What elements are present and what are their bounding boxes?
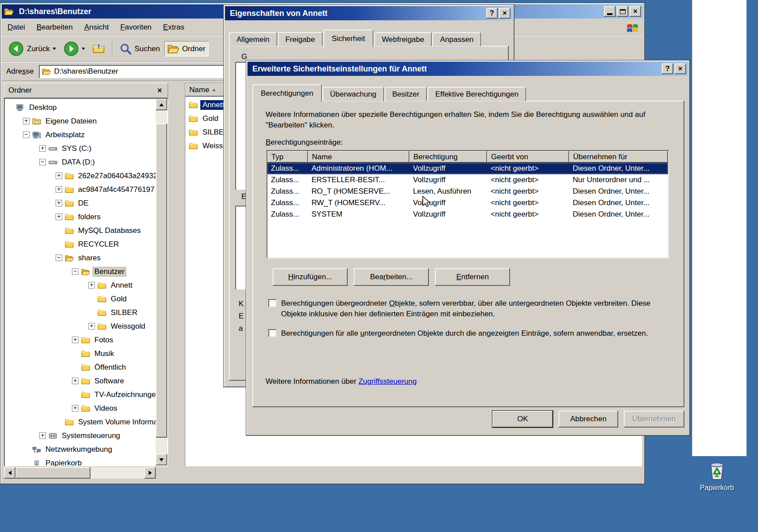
permission-entry-row[interactable]: Zulass...RO_T (HOMESERVE...Lesen, Ausfüh… [267, 186, 668, 197]
menu-extras[interactable]: Extras [158, 20, 190, 34]
collapse-icon[interactable]: − [56, 255, 62, 261]
tree-item-262e27a064043a24932[interactable]: +262e27a064043a24932 [5, 169, 156, 183]
permission-entry-row[interactable]: Zulass...Administratoren (HOM...Vollzugr… [267, 163, 668, 174]
expand-icon[interactable]: + [56, 214, 62, 220]
permission-entry-row[interactable]: Zulass...ERSTELLER-BESIT...Vollzugriff<n… [267, 174, 668, 186]
tree-item-musik[interactable]: Musik [5, 347, 156, 360]
column-header-übernehmen-für[interactable]: Übernehmen für [569, 151, 668, 163]
expand-icon[interactable]: + [56, 200, 62, 206]
permission-entry-row[interactable]: Zulass...SYSTEMVollzugriff<nicht geerbt>… [267, 209, 668, 220]
scrollbar-thumb[interactable] [156, 124, 167, 438]
tree-item-de[interactable]: +DE [5, 196, 156, 210]
advanced-titlebar[interactable]: Erweiterte Sicherheitseinstellungen für … [248, 62, 688, 76]
properties-tab-allgemein[interactable]: Allgemein [229, 32, 277, 46]
tree-item-system-volume-informa[interactable]: System Volume Informa [5, 415, 156, 429]
expand-icon[interactable]: + [39, 432, 46, 439]
close-button[interactable]: × [499, 8, 510, 19]
scrollbar-thumb[interactable] [15, 467, 90, 479]
maximize-button[interactable] [617, 6, 628, 17]
tree-item-desktop[interactable]: Desktop [5, 101, 156, 114]
permission-entry-row[interactable]: Zulass...RW_T (HOMESERV...Vollzugriff<ni… [267, 197, 668, 209]
menu-bearbeiten[interactable]: Bearbeiten [31, 20, 79, 34]
back-dropdown-icon[interactable] [53, 48, 56, 50]
tree-item-recycler[interactable]: RECYCLER [5, 237, 156, 251]
zugriffssteuerung-link[interactable]: Zugriffssteuerung [358, 377, 417, 386]
tree-item-silber[interactable]: SILBER [5, 306, 156, 319]
edit-button[interactable]: Bearbeiten... [354, 268, 429, 286]
expand-icon[interactable]: + [88, 323, 95, 330]
menu-ansicht[interactable]: Ansicht [79, 20, 115, 34]
properties-titlebar[interactable]: Eigenschaften von Annett ? × [225, 6, 513, 20]
tree-item-shares[interactable]: −shares [5, 251, 156, 265]
tree-item-eigene-dateien[interactable]: +Eigene Dateien [5, 114, 156, 128]
scroll-down-button[interactable] [156, 454, 167, 465]
collapse-icon[interactable]: − [23, 131, 30, 138]
properties-tab-anpassen[interactable]: Anpassen [432, 32, 481, 46]
tree-item-netzwerkumgebung[interactable]: Netzwerkumgebung [5, 442, 156, 456]
tree-item-fotos[interactable]: +Fotos [5, 333, 156, 347]
collapse-icon[interactable]: − [39, 159, 46, 165]
tree-item-mysql-databases[interactable]: MySQL Databases [5, 224, 156, 237]
collapse-icon[interactable]: − [72, 268, 79, 275]
advanced-tab-berechtigungen[interactable]: Berechtigungen [252, 84, 322, 102]
scroll-left-button[interactable] [4, 467, 15, 479]
expand-icon[interactable]: + [72, 378, 79, 384]
tree-item-arbeitsplatz[interactable]: −Arbeitsplatz [5, 128, 156, 142]
menu-favoriten[interactable]: Favoriten [115, 20, 158, 34]
replace-permissions-checkbox[interactable] [268, 329, 276, 337]
expand-icon[interactable]: + [56, 172, 62, 179]
tree-item-papierkorb[interactable]: Papierkorb [5, 456, 156, 466]
add-button[interactable]: Hinzufügen... [273, 268, 348, 286]
advanced-tab-besitzer[interactable]: Besitzer [385, 87, 427, 101]
expand-icon[interactable]: + [56, 186, 62, 193]
up-button[interactable] [90, 41, 108, 56]
apply-button[interactable]: Übernehmen [624, 411, 684, 427]
advanced-tab-effektive-berechtigungen[interactable]: Effektive Berechtigungen [428, 87, 526, 101]
help-button[interactable]: ? [662, 64, 673, 74]
expand-icon[interactable]: + [88, 282, 95, 288]
column-header-name[interactable]: Name [308, 151, 409, 163]
forward-button[interactable] [60, 39, 89, 58]
expand-icon[interactable]: + [39, 145, 46, 152]
tree-item-benutzer[interactable]: −Benutzer [5, 265, 156, 278]
tree-item-weissgold[interactable]: +Weissgold [5, 319, 156, 333]
tree-horizontal-scrollbar[interactable] [4, 467, 156, 479]
tree-item-öffentlich[interactable]: Öffentlich [5, 360, 156, 374]
remove-button[interactable]: Entfernen [435, 268, 510, 286]
ok-button[interactable]: OK [492, 411, 553, 427]
expand-icon[interactable]: + [72, 337, 79, 343]
tree-item-systemsteuerung[interactable]: +Systemsteuerung [5, 429, 156, 442]
menu-datei[interactable]: Datei [2, 20, 31, 34]
search-button[interactable]: Suchen [116, 41, 163, 56]
expand-icon[interactable]: + [72, 405, 79, 412]
close-button[interactable]: × [630, 6, 641, 17]
column-header-berechtigung[interactable]: Berechtigung [409, 151, 487, 163]
help-button[interactable]: ? [486, 8, 498, 19]
folders-button[interactable]: Ordner [164, 41, 209, 56]
permission-entries-table[interactable]: TypNameBerechtigungGeerbt vonÜbernehmen … [266, 150, 669, 259]
minimize-button[interactable] [604, 6, 615, 17]
tree-vertical-scrollbar[interactable] [156, 99, 167, 465]
tree-item-tv-aufzeichnungen[interactable]: TV-Aufzeichnungen [5, 388, 156, 401]
close-button[interactable]: × [675, 64, 686, 74]
column-header-typ[interactable]: Typ [267, 151, 308, 163]
tree-item-sys-c[interactable]: +SYS (C:) [5, 142, 156, 155]
back-button[interactable]: Zurück [5, 39, 60, 58]
properties-tab-freigabe[interactable]: Freigabe [278, 32, 323, 46]
properties-tab-sicherheit[interactable]: Sicherheit [323, 30, 374, 47]
tree-item-videos[interactable]: +Videos [5, 401, 156, 415]
forward-dropdown-icon[interactable] [82, 48, 85, 50]
tree-item-ac9847af4c454776197[interactable]: +ac9847af4c454776197 [5, 183, 156, 196]
recycle-bin-desktop-icon[interactable]: Papierkorb [698, 458, 736, 492]
scroll-right-button[interactable] [144, 467, 156, 479]
inherit-permissions-checkbox[interactable] [268, 299, 276, 307]
scroll-up-button[interactable] [156, 99, 167, 110]
pane-splitter[interactable] [168, 83, 185, 466]
cancel-button[interactable]: Abbrechen [559, 411, 618, 427]
column-header-geerbt-von[interactable]: Geerbt von [487, 151, 569, 163]
folders-pane-close-icon[interactable]: × [155, 86, 164, 94]
properties-tab-webfreigabe[interactable]: Webfreigabe [374, 32, 432, 46]
tree-item-gold[interactable]: Gold [5, 292, 156, 306]
tree-item-data-d[interactable]: −DATA (D:) [5, 155, 156, 169]
tree-item-folders[interactable]: +folders [5, 210, 156, 224]
